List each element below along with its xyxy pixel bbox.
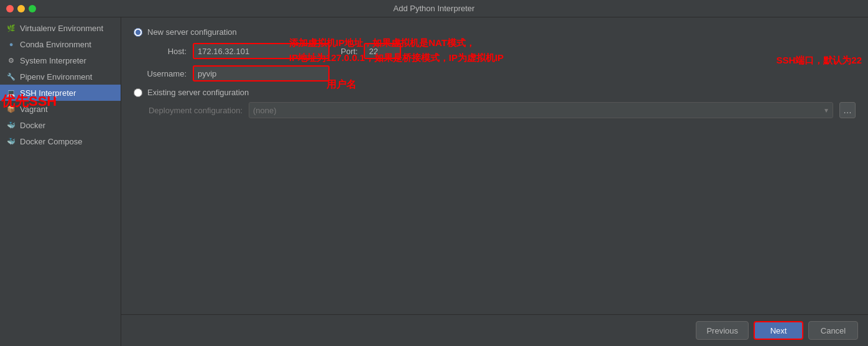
minimize-button[interactable] xyxy=(17,5,25,12)
conda-icon: ● xyxy=(6,39,16,49)
host-label: Host: xyxy=(134,47,187,56)
window-controls xyxy=(6,5,36,12)
port-label: Port: xyxy=(341,47,358,56)
username-input[interactable] xyxy=(193,65,330,82)
window-title: Add Python Interpreter xyxy=(394,4,475,13)
sidebar-item-pipenv-label: Pipenv Environment xyxy=(20,72,92,82)
deployment-label: Deployment configuration: xyxy=(134,106,242,115)
radio-existing[interactable] xyxy=(134,88,142,97)
sidebar-item-conda[interactable]: ● Conda Environment xyxy=(0,36,121,52)
radio-new-label: New server configuration xyxy=(147,27,237,37)
sidebar-item-virtualenv-label: Virtualenv Environment xyxy=(20,24,103,33)
host-input[interactable] xyxy=(193,43,330,59)
sidebar-item-docker-compose-label: Docker Compose xyxy=(20,137,82,146)
next-button[interactable]: Next xyxy=(754,321,803,340)
username-label: Username: xyxy=(134,69,187,78)
maximize-button[interactable] xyxy=(29,5,36,12)
system-icon: ⚙ xyxy=(6,55,16,65)
title-bar: Add Python Interpreter xyxy=(0,0,868,17)
docker-icon: 🐳 xyxy=(6,120,16,130)
deployment-select[interactable]: (none) xyxy=(249,102,833,118)
right-panel: New server configuration Host: Port: Use… xyxy=(121,17,868,314)
cancel-button[interactable]: Cancel xyxy=(808,321,858,340)
radio-existing-row: Existing server configuration xyxy=(134,88,856,97)
sidebar-item-conda-label: Conda Environment xyxy=(20,40,91,49)
virtualenv-icon: 🌿 xyxy=(6,23,16,33)
sidebar-item-vagrant-label: Vagrant xyxy=(20,105,48,114)
ssh-icon: 💻 xyxy=(6,88,16,98)
sidebar-item-docker[interactable]: 🐳 Docker xyxy=(0,117,121,133)
close-button[interactable] xyxy=(6,5,14,12)
radio-new-row: New server configuration xyxy=(134,27,856,37)
vagrant-icon: 📦 xyxy=(6,104,16,114)
sidebar-item-system-label: System Interpreter xyxy=(20,56,86,65)
sidebar-item-ssh-label: SSH Interpreter xyxy=(20,88,76,98)
deployment-select-wrapper: (none) ▼ xyxy=(249,102,833,118)
deployment-row: Deployment configuration: (none) ▼ … xyxy=(134,102,856,118)
main-content: 优先SSH 🌿 Virtualenv Environment ● Conda E… xyxy=(0,17,868,346)
port-input[interactable] xyxy=(364,43,401,59)
sidebar-item-ssh[interactable]: 💻 SSH Interpreter xyxy=(0,85,121,101)
radio-existing-label: Existing server configuration xyxy=(147,88,249,97)
sidebar-item-vagrant[interactable]: 📦 Vagrant xyxy=(0,101,121,117)
radio-new[interactable] xyxy=(134,28,142,37)
sidebar-item-virtualenv[interactable]: 🌿 Virtualenv Environment xyxy=(0,20,121,36)
username-row: Username: xyxy=(134,65,856,82)
new-config-form: Host: Port: Username: xyxy=(134,43,856,82)
sidebar: 优先SSH 🌿 Virtualenv Environment ● Conda E… xyxy=(0,17,121,346)
previous-button[interactable]: Previous xyxy=(696,321,749,340)
sidebar-item-system[interactable]: ⚙ System Interpreter xyxy=(0,52,121,68)
host-row: Host: Port: xyxy=(134,43,856,59)
bottom-bar: Previous Next Cancel xyxy=(121,314,868,346)
sidebar-item-pipenv[interactable]: 🔧 Pipenv Environment xyxy=(0,68,121,85)
docker-compose-icon: 🐳 xyxy=(6,136,16,146)
deployment-more-button[interactable]: … xyxy=(839,102,856,118)
sidebar-item-docker-compose[interactable]: 🐳 Docker Compose xyxy=(0,133,121,149)
pipenv-icon: 🔧 xyxy=(6,72,16,82)
panel-container: New server configuration Host: Port: Use… xyxy=(121,17,868,346)
sidebar-item-docker-label: Docker xyxy=(20,121,45,130)
